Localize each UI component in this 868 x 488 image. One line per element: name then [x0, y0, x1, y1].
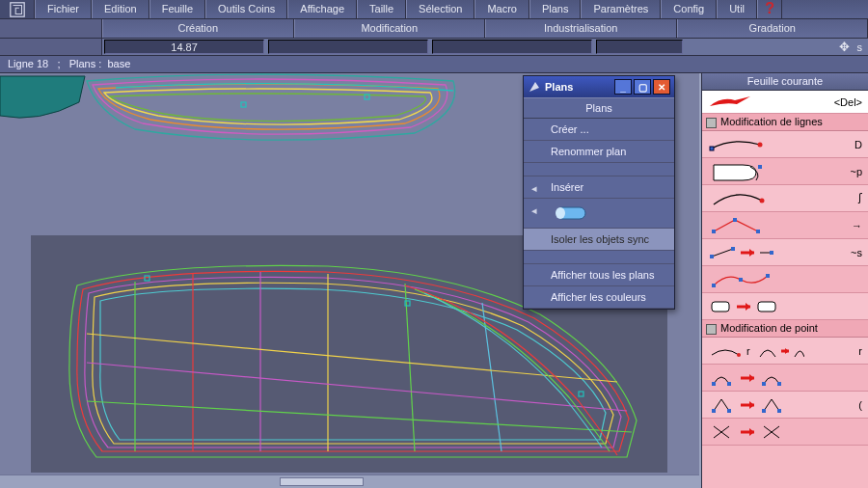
svg-rect-22 [756, 230, 760, 233]
tool-line-7[interactable] [702, 293, 868, 320]
menu-macro[interactable]: Macro [475, 0, 529, 18]
replace-shape-icon [708, 297, 785, 316]
svg-text:r: r [746, 345, 750, 357]
plans-dialog[interactable]: Plans _ ▢ ✕ Plans Créer ... Renommer pla… [523, 75, 675, 310]
value-input-3[interactable] [596, 40, 683, 54]
svg-rect-21 [733, 218, 737, 222]
tool-line-5[interactable]: ~s [702, 239, 868, 266]
menu-fichier[interactable]: Fichier [35, 0, 92, 18]
mode-creation[interactable]: Création [102, 19, 294, 38]
plans-item-isoler[interactable]: Isoler les objets sync [524, 229, 674, 251]
plans-item-afficher-couleurs[interactable]: Afficher les couleurs [524, 286, 674, 309]
app-logo [0, 0, 35, 18]
tool-line-3-key: ʃ [858, 192, 862, 204]
section-mod-point[interactable]: Modification de point [702, 320, 868, 338]
status-plans-label: Plans : [69, 58, 102, 69]
tool-point-2[interactable] [702, 365, 868, 392]
svg-rect-41 [762, 409, 766, 413]
svg-rect-29 [739, 278, 743, 282]
horizontal-scrollbar[interactable] [0, 474, 699, 488]
dialog-minimize-button[interactable]: _ [614, 79, 632, 95]
left-arrow-icon-2: ◂ [531, 204, 537, 217]
svg-line-23 [712, 249, 733, 257]
left-arrow-icon: ◂ [531, 182, 537, 195]
menu-help[interactable]: ? [757, 0, 782, 18]
mode-industrialisation[interactable]: Industrialisation [485, 19, 677, 38]
value-bar: 14.87 ✥ s [0, 39, 868, 56]
tool-line-6[interactable] [702, 266, 868, 293]
section1-checkbox[interactable] [706, 118, 717, 128]
tool-point-4[interactable] [702, 419, 868, 446]
value-input-2[interactable] [432, 40, 592, 54]
plans-item-inserer[interactable]: ◂ Insérer [524, 176, 674, 199]
point-cross-swap-icon [708, 422, 814, 442]
main-menubar: Fichier Edition Feuille Outils Coins Aff… [0, 0, 868, 19]
plans-dialog-icon [528, 80, 541, 94]
svg-rect-17 [710, 147, 714, 150]
section2-label: Modification de point [720, 322, 818, 334]
status-line-label: Ligne 18 [8, 58, 48, 69]
point-reshape-icon: r [708, 341, 804, 361]
menu-plans[interactable]: Plans [529, 0, 582, 18]
menu-util[interactable]: Util [717, 0, 757, 18]
svg-point-33 [737, 353, 741, 357]
svg-rect-28 [712, 284, 716, 287]
svg-rect-39 [712, 409, 716, 413]
tool-point-3[interactable]: ( [702, 392, 868, 419]
value-input-0[interactable]: 14.87 [104, 40, 264, 54]
menu-config[interactable]: Config [661, 0, 717, 18]
tool-delete-row[interactable]: <Del> [702, 91, 868, 114]
plans-item-inserer-label: Insérer [551, 181, 583, 193]
curve-edit-icon [708, 135, 766, 154]
plans-spacer-2 [524, 251, 674, 264]
svg-rect-18 [758, 165, 762, 169]
plans-item-renommer[interactable]: Renommer plan [524, 141, 674, 163]
plans-dialog-titlebar[interactable]: Plans _ ▢ ✕ [524, 76, 674, 97]
menu-selection[interactable]: Sélection [406, 0, 475, 18]
tool-line-4-key: → [852, 220, 862, 231]
tool-point-1-key: r [858, 345, 862, 357]
mode-bar: Création Modification Industrialisation … [0, 19, 868, 39]
status-sep: ; [57, 58, 60, 69]
menu-parametres[interactable]: Paramètres [581, 0, 661, 18]
value-input-1[interactable] [268, 40, 428, 54]
tool-line-1[interactable]: D [702, 131, 868, 158]
menu-feuille[interactable]: Feuille [149, 0, 205, 18]
arc-adjust-icon [708, 189, 766, 208]
valbar-suffix: s [857, 41, 863, 53]
tool-line-2[interactable]: ~p [702, 158, 868, 185]
modebar-spacer [0, 19, 102, 38]
tool-line-3[interactable]: ʃ [702, 185, 868, 212]
svg-rect-38 [777, 382, 781, 386]
plans-item-eraser[interactable]: ◂ [524, 199, 674, 229]
cursor-mode-icon[interactable]: ✥ [839, 40, 850, 54]
dialog-maximize-button[interactable]: ▢ [634, 79, 651, 95]
mode-gradation[interactable]: Gradation [677, 19, 869, 38]
menu-taille[interactable]: Taille [357, 0, 406, 18]
svg-point-44 [556, 207, 565, 219]
section2-checkbox[interactable] [706, 324, 717, 335]
angle-handle-icon [708, 216, 766, 235]
svg-rect-11 [241, 102, 246, 107]
mode-modification[interactable]: Modification [294, 19, 486, 38]
tool-line-4[interactable]: → [702, 212, 868, 239]
menu-edition[interactable]: Edition [92, 0, 149, 18]
scrollbar-thumb[interactable] [280, 477, 364, 486]
plans-dialog-header: Plans [524, 97, 674, 119]
svg-point-19 [760, 198, 765, 203]
section-mod-lignes[interactable]: Modification de lignes [702, 114, 868, 131]
plans-item-creer[interactable]: Créer ... [524, 119, 674, 141]
svg-rect-32 [758, 302, 775, 312]
eraser-icon [551, 211, 591, 223]
plans-item-afficher-tous[interactable]: Afficher tous les plans [524, 264, 674, 286]
svg-rect-36 [727, 382, 731, 386]
move-segment-icon [708, 243, 775, 262]
tool-delete-key: <Del> [834, 96, 862, 108]
valbar-right: ✥ s [685, 39, 868, 55]
svg-rect-35 [712, 382, 716, 386]
menu-outils-coins[interactable]: Outils Coins [205, 0, 287, 18]
svg-rect-27 [770, 251, 773, 255]
menu-affichage[interactable]: Affichage [287, 0, 357, 18]
tool-point-1[interactable]: r r [702, 338, 868, 365]
dialog-close-button[interactable]: ✕ [653, 79, 670, 95]
